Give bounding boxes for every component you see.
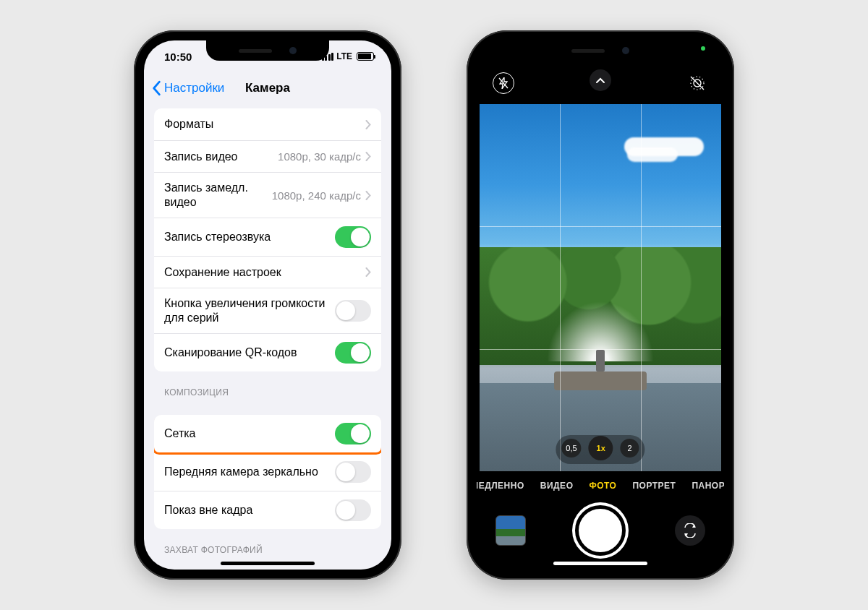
row-label: Сканирование QR-кодов [164, 345, 335, 360]
back-button[interactable]: Настройки [151, 80, 224, 96]
camera-options-expand[interactable] [590, 69, 611, 91]
live-photo-button[interactable] [686, 72, 708, 94]
zoom-option[interactable]: 2 [621, 439, 639, 458]
row-label: Показ вне кадра [164, 503, 335, 517]
settings-row[interactable]: Запись стереозвука [154, 218, 381, 256]
settings-group-composition: СеткаПередняя камера зеркальноПоказ вне … [154, 415, 381, 529]
iphone-mockup-settings: 10:50 LTE Настройки Камера ФорматыЗапись… [134, 30, 401, 580]
camera-mode[interactable]: ВИДЕО [540, 481, 574, 491]
iphone-mockup-camera: 0,51x2 ІЕДЛЕННОВИДЕОФОТОПОРТРЕТПАНОР [467, 30, 734, 580]
last-photo-thumbnail[interactable] [495, 515, 526, 546]
row-label: Сетка [164, 426, 335, 441]
flash-button[interactable] [493, 72, 514, 94]
row-label: Сохранение настроек [164, 265, 365, 280]
notch [206, 40, 329, 61]
flash-off-icon [498, 77, 509, 89]
switch-camera-button[interactable] [675, 515, 705, 546]
camera-controls [477, 500, 724, 570]
settings-row[interactable]: Сетка [154, 415, 381, 455]
grid-line [560, 104, 561, 471]
settings-row[interactable]: Передняя камера зеркально [154, 452, 381, 491]
zoom-option[interactable]: 0,5 [561, 439, 581, 458]
live-photo-off-icon [688, 74, 707, 93]
camera-mode[interactable]: ПОРТРЕТ [632, 481, 676, 491]
settings-group-general: ФорматыЗапись видео1080p, 30 кадр/сЗапис… [154, 108, 381, 371]
toggle-switch[interactable] [335, 342, 371, 364]
camera-mode[interactable]: ПАНОР [692, 481, 724, 491]
settings-content[interactable]: ФорматыЗапись видео1080p, 30 кадр/сЗапис… [144, 104, 391, 570]
section-header-composition: КОМПОЗИЦИЯ [154, 371, 381, 402]
camera-mode-row[interactable]: ІЕДЛЕННОВИДЕОФОТОПОРТРЕТПАНОР [477, 471, 724, 500]
zoom-option[interactable]: 1x [589, 436, 613, 460]
settings-row[interactable]: Сканирование QR-кодов [154, 333, 381, 371]
camera-mode[interactable]: ФОТО [589, 481, 616, 491]
notch [539, 40, 662, 61]
toggle-switch[interactable] [335, 499, 371, 521]
chevron-left-icon [151, 80, 161, 96]
toggle-switch[interactable] [335, 226, 371, 248]
section-header-capture: ЗАХВАТ ФОТОГРАФИЙ [154, 529, 381, 559]
settings-row[interactable]: Кнопка увеличения громкости для серий [154, 288, 381, 333]
grid-line [480, 226, 721, 227]
camera-mode[interactable]: ІЕДЛЕННО [477, 481, 524, 491]
row-value: 1080p, 30 кадр/с [278, 150, 361, 163]
toggle-switch[interactable] [335, 461, 371, 483]
chevron-right-icon [365, 120, 371, 129]
row-value: 1080p, 240 кадр/с [272, 189, 361, 202]
chevron-right-icon [365, 191, 371, 200]
row-label: Форматы [164, 117, 365, 132]
battery-icon [357, 52, 374, 61]
row-label: Кнопка увеличения громкости для серий [164, 296, 335, 325]
back-label: Настройки [164, 81, 224, 95]
carrier-label: LTE [336, 51, 352, 61]
camera-viewfinder[interactable]: 0,51x2 [480, 104, 721, 471]
home-indicator[interactable] [221, 562, 315, 565]
home-indicator[interactable] [553, 562, 647, 565]
settings-row[interactable]: Форматы [154, 108, 381, 140]
toggle-switch[interactable] [335, 300, 371, 322]
grid-line [480, 349, 721, 350]
settings-row[interactable]: Запись видео1080p, 30 кадр/с [154, 140, 381, 172]
row-label: Передняя камера зеркально [164, 465, 335, 479]
status-time: 10:50 [164, 51, 192, 63]
settings-row[interactable]: Запись замедл. видео1080p, 240 кадр/с [154, 172, 381, 218]
toggle-switch[interactable] [335, 423, 371, 444]
switch-camera-icon [682, 523, 698, 538]
nav-bar: Настройки Камера [144, 72, 391, 104]
settings-row[interactable]: Сохранение настроек [154, 256, 381, 288]
shutter-button[interactable] [575, 505, 626, 556]
chevron-right-icon [365, 152, 371, 161]
grid-line [641, 104, 642, 471]
svg-line-3 [691, 77, 704, 90]
row-label: Запись замедл. видео [164, 181, 272, 210]
zoom-selector: 0,51x2 [556, 435, 644, 464]
row-label: Запись стереозвука [164, 230, 335, 244]
row-label: Запись видео [164, 150, 278, 164]
settings-row[interactable]: Показ вне кадра [154, 491, 381, 529]
chevron-up-icon [595, 77, 605, 84]
chevron-right-icon [365, 267, 371, 277]
